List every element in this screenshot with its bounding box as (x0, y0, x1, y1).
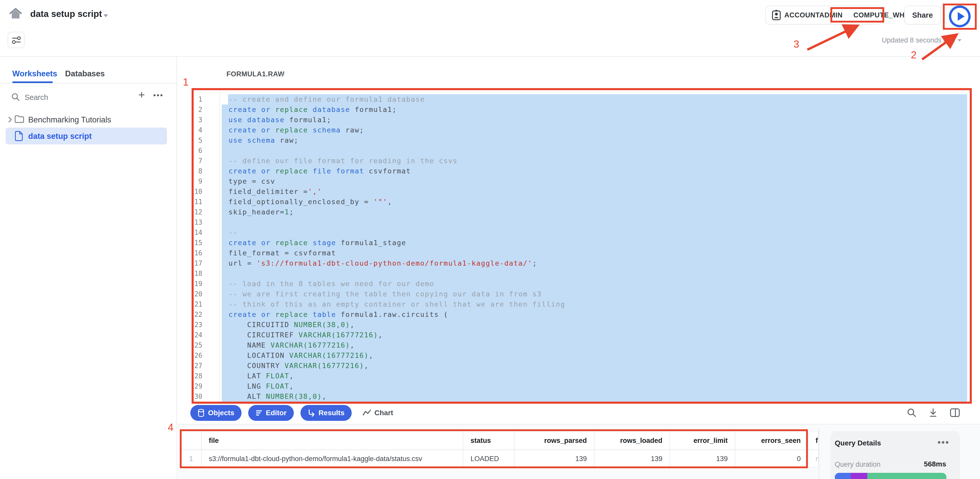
home-icon[interactable] (9, 7, 22, 21)
sidebar-divider (0, 83, 177, 83)
lines-icon (255, 409, 262, 417)
worksheet-settings-button[interactable] (8, 32, 25, 48)
sidebar-item-benchmarking-tutorials[interactable]: Benchmarking Tutorials (28, 115, 111, 124)
title-dropdown-icon[interactable] (103, 14, 108, 17)
folder-chevron-icon[interactable] (7, 116, 13, 123)
results-toggle-button[interactable]: Results (301, 405, 352, 421)
return-arrow-icon (308, 409, 315, 417)
duration-bar-segment (835, 473, 851, 479)
chart-toggle-button[interactable]: Chart (363, 409, 393, 417)
editor-toggle-button[interactable]: Editor (248, 405, 294, 421)
annotation-box-4 (180, 429, 808, 468)
chart-label: Chart (374, 409, 393, 417)
annotation-box-3 (830, 7, 884, 22)
share-button[interactable]: Share (904, 6, 940, 25)
objects-label: Objects (208, 409, 234, 417)
sidebar-border (177, 57, 177, 479)
annotation-box-2 (943, 3, 977, 30)
worksheet-context-selector[interactable]: FORMULA1.RAW (226, 70, 284, 78)
annotation-label-2: 2 (911, 49, 916, 61)
editor-label: Editor (266, 409, 286, 417)
worksheet-doc-icon (15, 130, 23, 142)
database-icon (197, 409, 205, 417)
header-divider (0, 56, 980, 57)
query-duration-bar (835, 473, 947, 479)
annotation-label-1: 1 (183, 76, 189, 88)
search-icon (11, 93, 20, 102)
split-view-icon[interactable] (950, 408, 960, 417)
chart-zigzag-icon (363, 409, 371, 417)
tab-databases[interactable]: Databases (65, 69, 105, 78)
page-title: data setup script (30, 9, 102, 19)
updated-status[interactable]: Updated 8 seconds ago (882, 37, 962, 44)
annotation-label-3: 3 (794, 38, 799, 50)
pane-toolbar: Objects Editor Results Chart (190, 405, 393, 421)
updated-dropdown-icon (958, 39, 962, 41)
duration-bar-segment (867, 473, 947, 479)
results-actions (907, 408, 960, 417)
query-details-title: Query Details (835, 439, 881, 447)
duration-bar-segment (851, 473, 867, 479)
folder-icon (14, 115, 24, 123)
role-badge-icon (772, 10, 781, 21)
results-pane-divider (819, 428, 819, 479)
sliders-icon (11, 34, 22, 46)
search-input[interactable]: Search (25, 93, 48, 102)
annotation-label-4: 4 (168, 422, 173, 433)
download-icon[interactable] (928, 408, 938, 417)
updated-text: Updated 8 seconds ago (882, 37, 955, 44)
context-dropdown-icon[interactable] (281, 74, 285, 76)
new-worksheet-button[interactable]: + (138, 89, 145, 100)
column-header: f (808, 431, 819, 450)
sidebar-item-data-setup-script[interactable]: data setup script (28, 132, 92, 141)
query-details-menu[interactable]: ••• (937, 437, 950, 448)
objects-toggle-button[interactable]: Objects (190, 405, 242, 421)
query-duration-value: 568ms (908, 460, 946, 468)
query-duration-label: Query duration (835, 461, 881, 468)
table-cell: n (808, 450, 819, 467)
tab-worksheets[interactable]: Worksheets (12, 69, 57, 78)
search-results-icon[interactable] (907, 408, 916, 417)
results-label: Results (319, 409, 345, 417)
sidebar-more-button[interactable]: ••• (153, 90, 164, 100)
annotation-box-1 (192, 88, 972, 404)
